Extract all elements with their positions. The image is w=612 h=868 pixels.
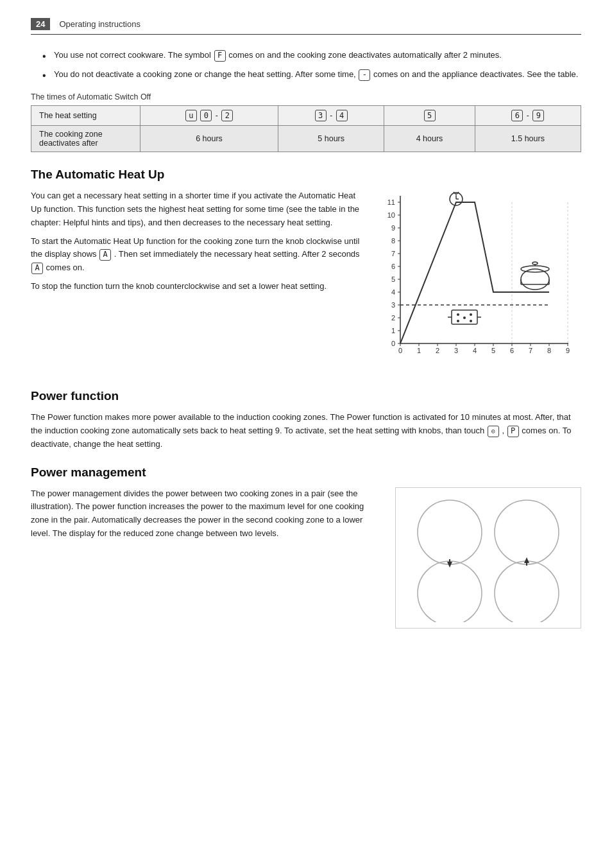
- svg-point-60: [532, 262, 538, 265]
- auto-heat-up-chart: 0 1 2 3 4 5 6 7 8 9 10 11: [376, 189, 575, 369]
- svg-text:6: 6: [391, 263, 395, 270]
- col-header-label: The heat setting: [31, 106, 140, 126]
- power-function-heading: Power function: [31, 389, 581, 403]
- svg-point-66: [470, 313, 472, 316]
- auto-heat-up-text: You can get a necessary heat setting in …: [31, 189, 361, 299]
- col-header-4: 6 - 9: [475, 106, 581, 126]
- page-header: 24 Operating instructions: [31, 18, 581, 35]
- dash-2: -: [330, 111, 332, 120]
- bullet-1-text-after: comes on and the cooking zone deactivate…: [228, 50, 502, 60]
- pm-circles-svg: [405, 494, 572, 622]
- sym-9: 9: [532, 110, 544, 121]
- col-header-2: 3 - 4: [278, 106, 384, 126]
- sym-4: 4: [336, 110, 348, 121]
- svg-point-70: [495, 500, 559, 564]
- bullet-item-1: You use not correct cookware. The symbol…: [42, 49, 581, 62]
- svg-text:1: 1: [417, 347, 421, 354]
- svg-text:5: 5: [391, 275, 395, 283]
- svg-text:8: 8: [547, 347, 551, 354]
- cell-5hours: 5 hours: [278, 126, 384, 152]
- svg-text:3: 3: [454, 347, 458, 354]
- bullet-list: You use not correct cookware. The symbol…: [42, 49, 581, 81]
- svg-text:1: 1: [391, 327, 395, 334]
- sym-3: 3: [315, 110, 327, 121]
- svg-text:8: 8: [391, 237, 395, 245]
- page-title: Operating instructions: [59, 19, 140, 29]
- bullet-2-text-before: You do not deactivate a cooking zone or …: [54, 69, 358, 79]
- power-function-text: The Power function makes more power avai…: [31, 411, 581, 451]
- svg-text:9: 9: [391, 224, 395, 232]
- svg-point-68: [470, 320, 472, 322]
- sym-a-inline: A: [99, 249, 111, 261]
- svg-text:5: 5: [491, 347, 495, 354]
- power-management-section: Power management The power management di…: [31, 465, 581, 629]
- svg-marker-76: [524, 557, 529, 563]
- svg-text:9: 9: [566, 347, 570, 354]
- power-management-heading: Power management: [31, 465, 581, 480]
- minus-symbol: -: [359, 69, 370, 81]
- svg-text:0: 0: [391, 340, 395, 347]
- auto-heat-up-p1: You can get a necessary heat setting in …: [31, 189, 361, 229]
- svg-text:11: 11: [387, 198, 395, 206]
- table-caption: The times of Automatic Switch Off: [31, 92, 581, 101]
- svg-text:7: 7: [391, 250, 395, 257]
- dash-1: -: [216, 111, 218, 120]
- svg-point-67: [457, 320, 459, 322]
- table-data-row: The cooking zonedeactivates after 6 hour…: [31, 126, 581, 152]
- power-management-p: The power management divides the power b…: [31, 487, 380, 541]
- power-management-text: The power management divides the power b…: [31, 487, 380, 546]
- power-management-diagram: [395, 487, 581, 629]
- page: 24 Operating instructions You use not co…: [0, 0, 612, 868]
- svg-text:10: 10: [387, 211, 395, 219]
- bullet-item-2: You do not deactivate a cooking zone or …: [42, 68, 581, 81]
- cell-4hours: 4 hours: [384, 126, 475, 152]
- sym-6: 6: [511, 110, 523, 121]
- sym-u: u: [185, 110, 197, 121]
- cell-6hours: 6 hours: [140, 126, 278, 152]
- auto-heat-up-p3: To stop the function turn the knob count…: [31, 280, 361, 293]
- col-header-1: u 0 - 2: [140, 106, 278, 126]
- svg-text:0: 0: [398, 347, 402, 354]
- svg-point-72: [495, 561, 559, 622]
- svg-text:2: 2: [436, 347, 439, 354]
- bullet-1-text-before: You use not correct cookware. The symbol: [54, 50, 214, 60]
- svg-point-64: [457, 313, 459, 316]
- page-number: 24: [31, 18, 50, 30]
- auto-heat-up-heading: The Automatic Heat Up: [31, 168, 581, 182]
- row-label: The cooking zonedeactivates after: [31, 126, 140, 152]
- svg-text:2: 2: [391, 314, 395, 322]
- cell-15hours: 1.5 hours: [475, 126, 581, 152]
- power-management-content: The power management divides the power b…: [31, 487, 581, 629]
- bullet-2-text-after: comes on and the appliance deactivates. …: [373, 69, 578, 79]
- svg-point-69: [418, 500, 482, 564]
- svg-text:6: 6: [510, 347, 514, 354]
- svg-text:3: 3: [391, 301, 395, 309]
- sym-0: 0: [200, 110, 212, 121]
- sym-a-inline2: A: [31, 263, 43, 274]
- auto-heat-up-diagram: 0 1 2 3 4 5 6 7 8 9 10 11: [376, 189, 581, 371]
- sym-2: 2: [221, 110, 233, 121]
- sym-power-icon: ⊙: [488, 426, 499, 437]
- auto-heat-up-content: You can get a necessary heat setting in …: [31, 189, 581, 371]
- svg-point-65: [463, 317, 466, 319]
- svg-text:4: 4: [473, 347, 477, 354]
- svg-text:4: 4: [391, 288, 395, 296]
- table-header-row: The heat setting u 0 - 2 3 - 4 5 6 -: [31, 106, 581, 126]
- svg-point-71: [418, 561, 482, 622]
- sym-p: P: [507, 426, 519, 437]
- col-header-3: 5: [384, 106, 475, 126]
- dash-3: -: [527, 111, 529, 120]
- svg-text:7: 7: [529, 347, 532, 354]
- f-symbol: F: [214, 50, 226, 62]
- sym-5: 5: [424, 110, 436, 121]
- auto-heat-up-section: The Automatic Heat Up You can get a nece…: [31, 168, 581, 371]
- power-function-section: Power function The Power function makes …: [31, 389, 581, 451]
- times-table: The heat setting u 0 - 2 3 - 4 5 6 -: [31, 105, 581, 152]
- auto-heat-up-p2: To start the Automatic Heat Up function …: [31, 235, 361, 275]
